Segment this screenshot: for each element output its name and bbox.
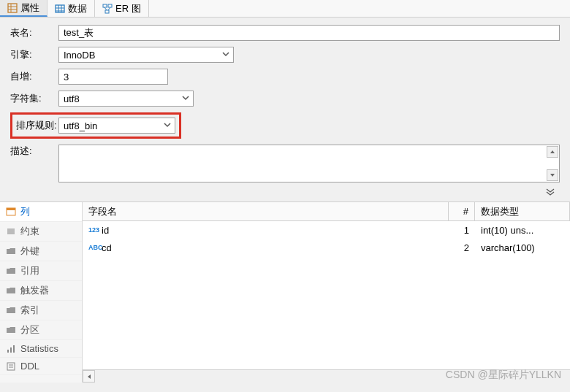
sidebar-item-statistics[interactable]: Statistics [0, 340, 82, 358]
svg-rect-20 [7, 363, 15, 370]
column-datatype: int(10) uns... [475, 223, 570, 237]
sidebar-item-partitions[interactable]: 分区 [0, 320, 82, 340]
folder-icon [6, 305, 16, 315]
table-name-input[interactable] [58, 25, 560, 41]
collation-label: 排序规则: [16, 119, 58, 132]
column-name: id [102, 225, 109, 236]
form-area: 表名: 引擎: InnoDB 自增: 字符集: utf8 排序规则: utf8_… [0, 18, 570, 201]
collapse-handle[interactable] [10, 188, 560, 197]
engine-label: 引擎: [10, 48, 58, 61]
grid-header: 字段名 # 数据类型 [83, 202, 570, 221]
svg-line-13 [108, 7, 110, 10]
auto-inc-label: 自增: [10, 70, 58, 83]
sidebar-item-label: Statistics [20, 343, 58, 354]
collation-combo[interactable]: utf8_bin [58, 118, 175, 134]
svg-rect-16 [7, 228, 15, 234]
charset-label: 字符集: [10, 92, 58, 105]
table-row[interactable]: 123 id 1 int(10) uns... [83, 221, 570, 239]
ddl-icon [6, 361, 16, 372]
sidebar-item-ddl[interactable]: DDL [0, 358, 82, 375]
tab-data-label: 数据 [68, 2, 87, 15]
svg-rect-9 [103, 4, 107, 7]
column-ordinal: 2 [449, 241, 475, 255]
columns-icon [6, 207, 16, 217]
folder-icon [6, 246, 16, 256]
sidebar-item-label: 外键 [20, 245, 39, 258]
number-type-icon: 123 [88, 226, 99, 234]
sidebar-item-label: 索引 [20, 304, 39, 317]
svg-rect-11 [105, 10, 109, 13]
header-field-name[interactable]: 字段名 [83, 202, 449, 220]
sidebar-item-label: 触发器 [20, 284, 49, 297]
engine-value: InnoDB [64, 50, 95, 61]
sidebar-item-triggers[interactable]: 触发器 [0, 281, 82, 301]
svg-rect-19 [13, 345, 15, 353]
charset-value: utf8 [64, 93, 80, 104]
bottom-pane: 列 约束 外键 引用 触发器 索引 分区 Statistics [0, 201, 570, 383]
sidebar-item-label: 引用 [20, 264, 39, 277]
sidebar-item-label: 分区 [20, 323, 39, 337]
column-name: cd [102, 242, 112, 253]
table-name-label: 表名: [10, 26, 58, 39]
properties-icon [7, 3, 18, 13]
description-textarea[interactable] [58, 145, 560, 182]
scroll-up-button[interactable] [547, 146, 558, 158]
sidebar-item-foreign-keys[interactable]: 外键 [0, 242, 82, 261]
sidebar-item-references[interactable]: 引用 [0, 261, 82, 281]
tab-er[interactable]: ER 图 [95, 0, 149, 17]
sidebar-item-columns[interactable]: 列 [0, 202, 82, 222]
statistics-icon [6, 344, 16, 354]
table-row[interactable]: ABC cd 2 varchar(100) [83, 239, 570, 256]
sidebar-item-constraints[interactable]: 约束 [0, 222, 82, 242]
string-type-icon: ABC [88, 244, 99, 251]
tab-properties[interactable]: 属性 [0, 0, 48, 17]
sidebar: 列 约束 外键 引用 触发器 索引 分区 Statistics [0, 202, 83, 383]
svg-rect-18 [10, 347, 12, 353]
chevron-down-icon [221, 50, 230, 61]
chevron-down-icon [163, 120, 172, 131]
svg-rect-17 [7, 350, 9, 353]
charset-combo[interactable]: utf8 [58, 91, 194, 107]
columns-grid: 字段名 # 数据类型 123 id 1 int(10) uns... ABC c… [83, 202, 570, 383]
collation-value: utf8_bin [64, 120, 97, 131]
sidebar-item-label: 列 [20, 205, 30, 218]
constraints-icon [6, 226, 16, 237]
auto-inc-input[interactable] [58, 69, 168, 85]
scroll-down-button[interactable] [547, 169, 558, 181]
svg-rect-15 [7, 208, 15, 210]
folder-icon [6, 266, 16, 276]
sidebar-item-label: 约束 [20, 225, 39, 238]
svg-line-12 [104, 7, 107, 10]
sidebar-item-label: DDL [20, 361, 39, 372]
folder-icon [6, 285, 16, 296]
data-icon [55, 4, 65, 14]
svg-rect-10 [108, 4, 112, 7]
tab-er-label: ER 图 [115, 2, 141, 15]
tab-properties-label: 属性 [20, 1, 39, 15]
tab-data[interactable]: 数据 [48, 0, 95, 17]
column-datatype: varchar(100) [475, 241, 570, 255]
tabs-bar: 属性 数据 ER 图 [0, 0, 570, 18]
header-datatype[interactable]: 数据类型 [475, 202, 570, 220]
collation-highlight: 排序规则: utf8_bin [10, 112, 181, 139]
chevron-down-icon [181, 93, 190, 104]
description-label: 描述: [10, 145, 58, 158]
er-icon [102, 4, 113, 14]
grid-body: 123 id 1 int(10) uns... ABC cd 2 varchar… [83, 221, 570, 369]
scroll-left-button[interactable] [83, 370, 95, 383]
engine-combo[interactable]: InnoDB [58, 47, 234, 63]
header-num[interactable]: # [449, 202, 475, 220]
sidebar-item-indexes[interactable]: 索引 [0, 301, 82, 320]
folder-icon [6, 325, 16, 335]
horizontal-scrollbar[interactable] [83, 369, 570, 383]
column-ordinal: 1 [449, 223, 475, 237]
svg-rect-0 [8, 4, 17, 12]
textarea-scrollbar [547, 146, 558, 181]
